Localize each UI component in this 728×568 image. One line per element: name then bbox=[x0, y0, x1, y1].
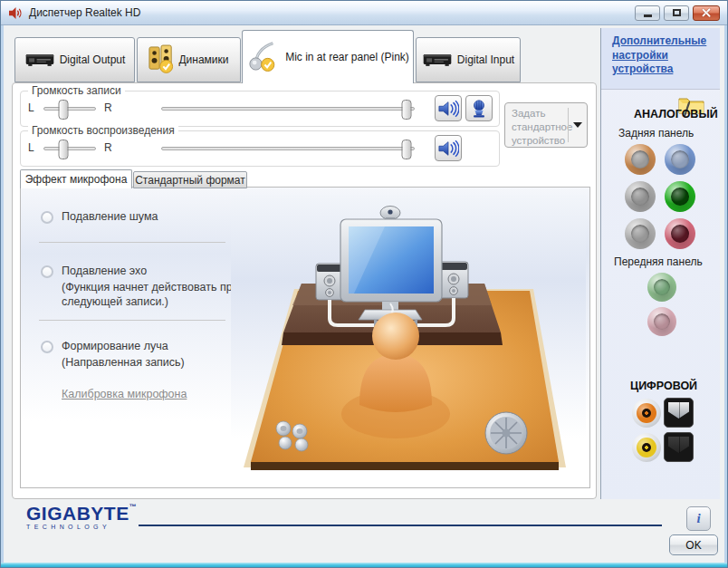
microphone-icon bbox=[246, 41, 281, 74]
footer-divider bbox=[139, 525, 662, 526]
digital-in-row bbox=[632, 432, 694, 462]
tab-digital-output[interactable]: Digital Output bbox=[14, 37, 135, 82]
separator bbox=[39, 320, 225, 321]
digital-section-title: ЦИФРОВОЙ bbox=[630, 380, 697, 392]
rear-panel-jacks bbox=[625, 144, 695, 249]
tab-label: Digital Output bbox=[60, 53, 126, 66]
jack-green[interactable] bbox=[665, 181, 695, 212]
maximize-button[interactable] bbox=[664, 5, 689, 21]
option-label: Подавление эхо bbox=[62, 265, 147, 277]
jack-gray-left[interactable] bbox=[625, 181, 656, 212]
dropdown-separator bbox=[568, 108, 569, 142]
optical-spdif-out-icon[interactable] bbox=[664, 398, 694, 428]
caption-buttons bbox=[635, 5, 720, 21]
subtab-label: Эффект микрофона bbox=[25, 173, 128, 186]
microphone-icon bbox=[468, 99, 490, 119]
radio-noise-suppression[interactable] bbox=[41, 211, 53, 224]
jack-front-green[interactable] bbox=[647, 273, 676, 302]
front-panel-label: Передняя панель bbox=[614, 255, 703, 268]
radio-echo-cancellation[interactable] bbox=[41, 265, 53, 278]
speaker-icon bbox=[437, 99, 459, 119]
mic-effect-panel: Подавление шума Подавление эхо (Функция … bbox=[20, 187, 590, 488]
advanced-device-settings-link[interactable]: Дополнительные настройки устройства bbox=[612, 34, 714, 77]
rca-yellow-jack[interactable] bbox=[632, 433, 661, 462]
recording-mute-button[interactable] bbox=[435, 95, 462, 121]
option-note: (Функция начнет действовать при следующе… bbox=[62, 280, 256, 309]
tab-digital-input[interactable]: Digital Input bbox=[416, 37, 521, 82]
connector-sidebar: Дополнительные настройки устройства АНАЛ… bbox=[600, 28, 720, 499]
room-illustration bbox=[231, 195, 586, 481]
tab-speakers[interactable]: Динамики bbox=[137, 37, 241, 82]
set-default-label: Задать стандартное устройство bbox=[512, 108, 572, 146]
microphone-boost-button[interactable] bbox=[465, 95, 493, 121]
recording-balance-slider[interactable] bbox=[43, 107, 96, 111]
subwoofer bbox=[485, 412, 527, 454]
maximize-icon bbox=[673, 9, 681, 16]
window-border-left bbox=[1, 25, 4, 567]
balance-right-label: R bbox=[104, 141, 112, 154]
analog-section-title: АНАЛОГОВЫЙ bbox=[634, 108, 718, 120]
option-label: Формирование луча bbox=[62, 340, 168, 352]
chevron-down-icon bbox=[573, 122, 582, 128]
recording-volume-group: Громкость записи L R bbox=[20, 91, 500, 127]
recording-volume-label: Громкость записи bbox=[28, 84, 125, 97]
recording-balance-thumb[interactable] bbox=[59, 100, 69, 120]
tab-label: Динамики bbox=[178, 53, 228, 66]
tab-mic-effect[interactable]: Эффект микрофона bbox=[20, 169, 132, 188]
jack-gray-left2[interactable] bbox=[625, 218, 656, 249]
playback-balance-thumb[interactable] bbox=[59, 140, 69, 159]
digital-device-icon bbox=[24, 51, 55, 69]
logo-text: GIGABYTE bbox=[26, 503, 129, 524]
recording-volume-thumb[interactable] bbox=[401, 100, 411, 120]
digital-device-icon bbox=[422, 51, 453, 69]
jack-pink[interactable] bbox=[665, 218, 695, 249]
tab-default-format[interactable]: Стандартный формат bbox=[133, 171, 247, 188]
playback-volume-group: Громкость воспроизведения L R bbox=[20, 130, 500, 167]
mic-calibration-link[interactable]: Калибровка микрофона bbox=[62, 388, 187, 400]
optical-spdif-in-icon[interactable] bbox=[664, 432, 694, 462]
speakers-icon bbox=[148, 43, 174, 77]
info-icon: i bbox=[696, 511, 700, 526]
option-note: (Направленная запись) bbox=[62, 355, 256, 370]
balance-left-label: L bbox=[28, 101, 34, 114]
speaker-red-icon bbox=[8, 6, 24, 20]
logo-subtext: TECHNOLOGY bbox=[26, 524, 137, 530]
balance-left-label: L bbox=[28, 141, 34, 154]
tab-label: Digital Input bbox=[457, 53, 514, 66]
playback-mute-button[interactable] bbox=[435, 135, 462, 161]
close-icon bbox=[701, 7, 712, 18]
tab-mic-in-rear-panel[interactable]: Mic in at rear panel (Pink) bbox=[242, 30, 414, 83]
subtab-label: Стандартный формат bbox=[135, 174, 245, 187]
playback-volume-slider[interactable] bbox=[161, 147, 415, 150]
close-button[interactable] bbox=[693, 5, 720, 21]
set-default-device-button[interactable]: Задать стандартное устройство bbox=[504, 102, 588, 148]
playback-balance-slider[interactable] bbox=[43, 147, 96, 150]
right-speaker bbox=[439, 262, 468, 298]
realtek-hd-audio-manager-window: Диспетчер Realtek HD Digital Output bbox=[0, 0, 728, 568]
minimize-button[interactable] bbox=[635, 5, 660, 21]
logo-tm: ™ bbox=[129, 503, 138, 511]
ok-button[interactable]: OK bbox=[669, 534, 718, 555]
gigabyte-logo: GIGABYTE™ TECHNOLOGY bbox=[26, 504, 137, 530]
speaker-icon bbox=[437, 139, 459, 159]
ok-label: OK bbox=[685, 539, 701, 552]
option-label: Подавление шума bbox=[62, 210, 158, 223]
jack-orange[interactable] bbox=[625, 144, 656, 175]
titlebar[interactable]: Диспетчер Realtek HD bbox=[1, 1, 727, 25]
window-border-right bbox=[724, 25, 727, 567]
info-button[interactable]: i bbox=[686, 506, 711, 531]
jack-front-pink[interactable] bbox=[647, 307, 676, 336]
jack-blue[interactable] bbox=[665, 144, 695, 175]
rca-orange-jack[interactable] bbox=[632, 399, 661, 428]
rear-panel-label: Задняя панель bbox=[618, 127, 694, 140]
advanced-settings-box: Дополнительные настройки устройства bbox=[601, 28, 720, 90]
window-border-bottom bbox=[1, 563, 727, 567]
tab-label: Mic in at rear panel (Pink) bbox=[285, 51, 409, 63]
playback-volume-label: Громкость воспроизведения bbox=[28, 124, 178, 137]
left-speaker bbox=[316, 264, 343, 300]
front-panel-jacks bbox=[647, 273, 676, 336]
recording-volume-slider[interactable] bbox=[161, 107, 415, 111]
playback-volume-thumb[interactable] bbox=[401, 140, 411, 159]
radio-beam-forming[interactable] bbox=[41, 341, 53, 353]
minimize-icon bbox=[644, 14, 652, 17]
